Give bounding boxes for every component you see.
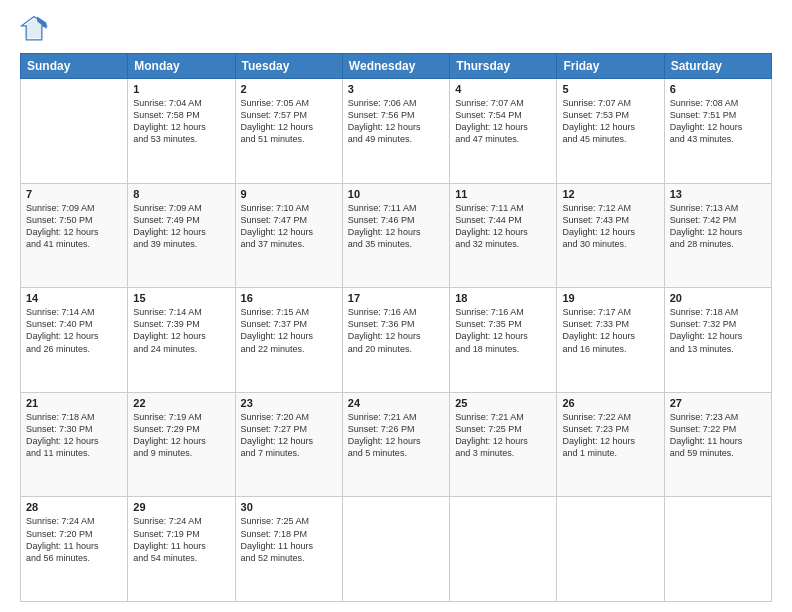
day-cell: 11Sunrise: 7:11 AM Sunset: 7:44 PM Dayli… (450, 183, 557, 288)
day-number: 11 (455, 188, 551, 200)
day-info: Sunrise: 7:14 AM Sunset: 7:39 PM Dayligh… (133, 306, 229, 355)
header-day-wednesday: Wednesday (342, 54, 449, 79)
day-cell: 20Sunrise: 7:18 AM Sunset: 7:32 PM Dayli… (664, 288, 771, 393)
day-number: 10 (348, 188, 444, 200)
day-info: Sunrise: 7:16 AM Sunset: 7:36 PM Dayligh… (348, 306, 444, 355)
day-cell (342, 497, 449, 602)
day-cell: 24Sunrise: 7:21 AM Sunset: 7:26 PM Dayli… (342, 392, 449, 497)
day-cell (557, 497, 664, 602)
day-number: 17 (348, 292, 444, 304)
day-cell: 14Sunrise: 7:14 AM Sunset: 7:40 PM Dayli… (21, 288, 128, 393)
day-cell: 29Sunrise: 7:24 AM Sunset: 7:19 PM Dayli… (128, 497, 235, 602)
day-cell: 23Sunrise: 7:20 AM Sunset: 7:27 PM Dayli… (235, 392, 342, 497)
day-number: 6 (670, 83, 766, 95)
day-number: 1 (133, 83, 229, 95)
day-info: Sunrise: 7:20 AM Sunset: 7:27 PM Dayligh… (241, 411, 337, 460)
day-number: 26 (562, 397, 658, 409)
day-number: 20 (670, 292, 766, 304)
day-info: Sunrise: 7:09 AM Sunset: 7:49 PM Dayligh… (133, 202, 229, 251)
week-row-4: 21Sunrise: 7:18 AM Sunset: 7:30 PM Dayli… (21, 392, 772, 497)
day-cell: 16Sunrise: 7:15 AM Sunset: 7:37 PM Dayli… (235, 288, 342, 393)
week-row-1: 1Sunrise: 7:04 AM Sunset: 7:58 PM Daylig… (21, 79, 772, 184)
day-number: 8 (133, 188, 229, 200)
day-number: 13 (670, 188, 766, 200)
day-cell: 10Sunrise: 7:11 AM Sunset: 7:46 PM Dayli… (342, 183, 449, 288)
day-info: Sunrise: 7:24 AM Sunset: 7:20 PM Dayligh… (26, 515, 122, 564)
day-cell: 3Sunrise: 7:06 AM Sunset: 7:56 PM Daylig… (342, 79, 449, 184)
day-cell: 28Sunrise: 7:24 AM Sunset: 7:20 PM Dayli… (21, 497, 128, 602)
day-number: 25 (455, 397, 551, 409)
day-cell: 26Sunrise: 7:22 AM Sunset: 7:23 PM Dayli… (557, 392, 664, 497)
day-number: 12 (562, 188, 658, 200)
day-info: Sunrise: 7:18 AM Sunset: 7:30 PM Dayligh… (26, 411, 122, 460)
day-cell: 8Sunrise: 7:09 AM Sunset: 7:49 PM Daylig… (128, 183, 235, 288)
day-cell (450, 497, 557, 602)
calendar-header: SundayMondayTuesdayWednesdayThursdayFrid… (21, 54, 772, 79)
day-cell (664, 497, 771, 602)
day-number: 30 (241, 501, 337, 513)
header-day-thursday: Thursday (450, 54, 557, 79)
day-cell: 15Sunrise: 7:14 AM Sunset: 7:39 PM Dayli… (128, 288, 235, 393)
day-number: 9 (241, 188, 337, 200)
header-day-saturday: Saturday (664, 54, 771, 79)
day-number: 18 (455, 292, 551, 304)
day-number: 14 (26, 292, 122, 304)
day-info: Sunrise: 7:19 AM Sunset: 7:29 PM Dayligh… (133, 411, 229, 460)
calendar-table: SundayMondayTuesdayWednesdayThursdayFrid… (20, 53, 772, 602)
header-day-sunday: Sunday (21, 54, 128, 79)
logo-icon (20, 15, 48, 43)
page: SundayMondayTuesdayWednesdayThursdayFrid… (0, 0, 792, 612)
day-cell: 22Sunrise: 7:19 AM Sunset: 7:29 PM Dayli… (128, 392, 235, 497)
day-number: 3 (348, 83, 444, 95)
day-cell: 1Sunrise: 7:04 AM Sunset: 7:58 PM Daylig… (128, 79, 235, 184)
day-info: Sunrise: 7:05 AM Sunset: 7:57 PM Dayligh… (241, 97, 337, 146)
day-info: Sunrise: 7:18 AM Sunset: 7:32 PM Dayligh… (670, 306, 766, 355)
day-info: Sunrise: 7:10 AM Sunset: 7:47 PM Dayligh… (241, 202, 337, 251)
day-cell: 5Sunrise: 7:07 AM Sunset: 7:53 PM Daylig… (557, 79, 664, 184)
day-info: Sunrise: 7:06 AM Sunset: 7:56 PM Dayligh… (348, 97, 444, 146)
day-cell: 21Sunrise: 7:18 AM Sunset: 7:30 PM Dayli… (21, 392, 128, 497)
day-info: Sunrise: 7:07 AM Sunset: 7:54 PM Dayligh… (455, 97, 551, 146)
day-cell: 2Sunrise: 7:05 AM Sunset: 7:57 PM Daylig… (235, 79, 342, 184)
day-info: Sunrise: 7:12 AM Sunset: 7:43 PM Dayligh… (562, 202, 658, 251)
day-cell: 13Sunrise: 7:13 AM Sunset: 7:42 PM Dayli… (664, 183, 771, 288)
week-row-3: 14Sunrise: 7:14 AM Sunset: 7:40 PM Dayli… (21, 288, 772, 393)
day-info: Sunrise: 7:23 AM Sunset: 7:22 PM Dayligh… (670, 411, 766, 460)
day-info: Sunrise: 7:08 AM Sunset: 7:51 PM Dayligh… (670, 97, 766, 146)
day-info: Sunrise: 7:25 AM Sunset: 7:18 PM Dayligh… (241, 515, 337, 564)
day-number: 28 (26, 501, 122, 513)
day-number: 4 (455, 83, 551, 95)
day-number: 2 (241, 83, 337, 95)
logo (20, 15, 52, 43)
day-info: Sunrise: 7:16 AM Sunset: 7:35 PM Dayligh… (455, 306, 551, 355)
day-cell: 27Sunrise: 7:23 AM Sunset: 7:22 PM Dayli… (664, 392, 771, 497)
day-cell: 6Sunrise: 7:08 AM Sunset: 7:51 PM Daylig… (664, 79, 771, 184)
day-info: Sunrise: 7:24 AM Sunset: 7:19 PM Dayligh… (133, 515, 229, 564)
header-row: SundayMondayTuesdayWednesdayThursdayFrid… (21, 54, 772, 79)
day-info: Sunrise: 7:04 AM Sunset: 7:58 PM Dayligh… (133, 97, 229, 146)
day-cell (21, 79, 128, 184)
day-cell: 4Sunrise: 7:07 AM Sunset: 7:54 PM Daylig… (450, 79, 557, 184)
day-cell: 18Sunrise: 7:16 AM Sunset: 7:35 PM Dayli… (450, 288, 557, 393)
day-cell: 7Sunrise: 7:09 AM Sunset: 7:50 PM Daylig… (21, 183, 128, 288)
day-info: Sunrise: 7:15 AM Sunset: 7:37 PM Dayligh… (241, 306, 337, 355)
header-day-friday: Friday (557, 54, 664, 79)
day-number: 7 (26, 188, 122, 200)
day-number: 5 (562, 83, 658, 95)
day-number: 22 (133, 397, 229, 409)
day-info: Sunrise: 7:14 AM Sunset: 7:40 PM Dayligh… (26, 306, 122, 355)
day-info: Sunrise: 7:07 AM Sunset: 7:53 PM Dayligh… (562, 97, 658, 146)
header-day-tuesday: Tuesday (235, 54, 342, 79)
day-number: 15 (133, 292, 229, 304)
day-number: 27 (670, 397, 766, 409)
day-number: 19 (562, 292, 658, 304)
day-number: 21 (26, 397, 122, 409)
day-info: Sunrise: 7:21 AM Sunset: 7:25 PM Dayligh… (455, 411, 551, 460)
day-info: Sunrise: 7:22 AM Sunset: 7:23 PM Dayligh… (562, 411, 658, 460)
day-number: 23 (241, 397, 337, 409)
day-info: Sunrise: 7:17 AM Sunset: 7:33 PM Dayligh… (562, 306, 658, 355)
day-cell: 19Sunrise: 7:17 AM Sunset: 7:33 PM Dayli… (557, 288, 664, 393)
day-info: Sunrise: 7:21 AM Sunset: 7:26 PM Dayligh… (348, 411, 444, 460)
day-cell: 12Sunrise: 7:12 AM Sunset: 7:43 PM Dayli… (557, 183, 664, 288)
header-day-monday: Monday (128, 54, 235, 79)
